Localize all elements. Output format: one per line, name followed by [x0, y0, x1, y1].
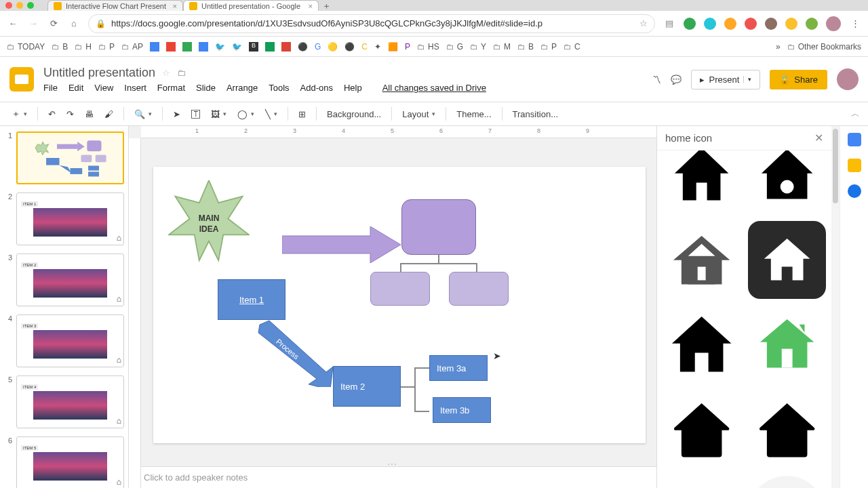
- tasks-icon[interactable]: [848, 184, 861, 198]
- shape-icon[interactable]: ◯: [234, 107, 258, 121]
- speaker-notes[interactable]: Click to add speaker notes: [129, 466, 656, 488]
- result-home-icon[interactable]: [748, 476, 827, 488]
- menu-edit[interactable]: Edit: [68, 83, 83, 93]
- panel-scrollbar[interactable]: [831, 126, 840, 488]
- select-tool-icon[interactable]: ➤: [170, 107, 184, 121]
- paint-format-icon[interactable]: 🖌: [101, 107, 117, 121]
- ext-icon[interactable]: [724, 18, 736, 30]
- result-home-icon[interactable]: [663, 391, 741, 470]
- mac-max[interactable]: [27, 2, 34, 9]
- share-button[interactable]: 🔒 Share: [770, 70, 827, 89]
- browser-tab-1[interactable]: Interactive Flow Chart Present ×: [47, 0, 183, 11]
- save-status[interactable]: All changes saved in Drive: [382, 83, 486, 93]
- star-icon[interactable]: ☆: [639, 18, 648, 28]
- calendar-icon[interactable]: [848, 133, 861, 146]
- shape-item1[interactable]: Item 1: [218, 279, 285, 320]
- slide[interactable]: MAIN IDEA Item 1: [153, 167, 646, 443]
- star-doc-icon[interactable]: ☆: [162, 68, 170, 78]
- menu-arrange[interactable]: Arrange: [226, 83, 258, 93]
- bookmark[interactable]: 🗀B: [52, 42, 68, 52]
- shape-rounded-rect[interactable]: [401, 199, 476, 255]
- bookmark[interactable]: [281, 42, 291, 52]
- result-home-icon[interactable]: [748, 306, 827, 384]
- bookmark[interactable]: [182, 42, 192, 52]
- back-icon[interactable]: ←: [7, 18, 19, 28]
- menu-help[interactable]: Help: [344, 83, 362, 93]
- ext-icon[interactable]: [785, 18, 797, 30]
- ext-icon[interactable]: [684, 18, 696, 30]
- bookmark[interactable]: [265, 42, 275, 52]
- shape-star[interactable]: MAIN IDEA: [168, 180, 250, 268]
- bookmark[interactable]: [199, 42, 208, 52]
- close-tab-icon[interactable]: ×: [173, 2, 177, 10]
- menu-insert[interactable]: Insert: [124, 83, 146, 93]
- menu-slide[interactable]: Slide: [196, 83, 216, 93]
- ext-icon[interactable]: [704, 18, 716, 30]
- forward-icon[interactable]: →: [27, 18, 39, 28]
- slide-thumb-3[interactable]: ITEM 2 ⌂: [16, 253, 124, 306]
- address-bar[interactable]: 🔒 https://docs.google.com/presentation/d…: [88, 14, 655, 33]
- shape-rounded-rect-small[interactable]: [449, 272, 509, 306]
- move-doc-icon[interactable]: 🗀: [177, 68, 186, 78]
- line-icon[interactable]: ╲: [262, 107, 281, 121]
- bookmark[interactable]: 🗀M: [493, 42, 511, 52]
- bookmark[interactable]: B: [249, 42, 258, 52]
- image-search-input[interactable]: [665, 132, 809, 144]
- menu-tools[interactable]: Tools: [269, 83, 289, 93]
- bookmark[interactable]: C: [361, 42, 368, 52]
- textbox-icon[interactable]: 🅃: [188, 107, 203, 121]
- shape-item3a[interactable]: Item 3a: [429, 355, 488, 381]
- menu-view[interactable]: View: [94, 83, 113, 93]
- background-button[interactable]: Background...: [323, 107, 384, 121]
- present-button[interactable]: ▸ Present ▾: [691, 70, 760, 89]
- shape-arrow-right[interactable]: [282, 226, 401, 263]
- bookmark[interactable]: ⚫: [298, 42, 308, 52]
- comments-icon[interactable]: 💬: [671, 75, 682, 85]
- ext-icon[interactable]: [765, 18, 777, 30]
- slide-canvas[interactable]: MAIN IDEA Item 1: [141, 138, 656, 461]
- doc-title[interactable]: Untitled presentation: [43, 66, 155, 80]
- layout-button[interactable]: Layout: [399, 107, 439, 121]
- menu-format[interactable]: Format: [157, 83, 185, 93]
- bookmark[interactable]: 🟧: [388, 42, 398, 52]
- new-tab-button[interactable]: ＋: [319, 0, 334, 12]
- menu-file[interactable]: File: [43, 83, 58, 93]
- collapse-toolbar-icon[interactable]: ︿: [851, 108, 860, 120]
- bookmark[interactable]: ⚫: [344, 42, 355, 52]
- slide-thumb-2[interactable]: ITEM 1 ⌂: [16, 192, 124, 245]
- browser-tab-2[interactable]: Untitled presentation - Google ×: [183, 0, 319, 11]
- reload-icon[interactable]: ⟳: [47, 18, 60, 28]
- close-panel-icon[interactable]: ✕: [814, 131, 823, 144]
- result-home-icon[interactable]: [663, 476, 741, 488]
- shape-arrow-process[interactable]: Process: [252, 319, 333, 387]
- ext-icon[interactable]: [806, 18, 818, 30]
- bookmark[interactable]: 🗀B: [517, 42, 534, 52]
- result-home-icon[interactable]: [748, 221, 827, 300]
- slide-thumb-1[interactable]: [16, 131, 124, 184]
- mac-min[interactable]: [16, 2, 23, 9]
- other-bookmarks[interactable]: 🗀Other Bookmarks: [787, 42, 861, 52]
- result-home-icon[interactable]: [663, 306, 741, 384]
- slide-thumb-4[interactable]: ITEM 3 ⌂: [16, 314, 124, 367]
- result-home-icon[interactable]: [663, 150, 741, 214]
- bookmark[interactable]: 🗀G: [446, 42, 463, 52]
- bookmark[interactable]: [150, 42, 159, 52]
- ext-icon[interactable]: [745, 18, 757, 30]
- image-icon[interactable]: 🖼: [208, 107, 230, 121]
- bookmark[interactable]: 🗀TODAY: [7, 42, 45, 52]
- reader-icon[interactable]: ▤: [663, 18, 675, 28]
- bookmark[interactable]: 🗀AP: [121, 42, 143, 52]
- account-avatar[interactable]: [837, 68, 859, 90]
- comment-icon[interactable]: ⊞: [295, 107, 309, 121]
- notes-resize-handle[interactable]: •••: [129, 461, 656, 466]
- transition-button[interactable]: Transition...: [509, 107, 561, 121]
- bookmark[interactable]: P: [405, 42, 410, 52]
- zoom-icon[interactable]: 🔍: [131, 107, 155, 121]
- bookmark[interactable]: 🗀C: [564, 42, 580, 52]
- slides-logo-icon[interactable]: [9, 67, 34, 92]
- bookmark[interactable]: 🐦: [232, 42, 242, 52]
- shape-rounded-rect-small[interactable]: [370, 272, 430, 306]
- home-icon[interactable]: ⌂: [68, 18, 80, 28]
- activity-icon[interactable]: 〽: [652, 75, 661, 85]
- new-slide-button[interactable]: ＋: [8, 106, 31, 122]
